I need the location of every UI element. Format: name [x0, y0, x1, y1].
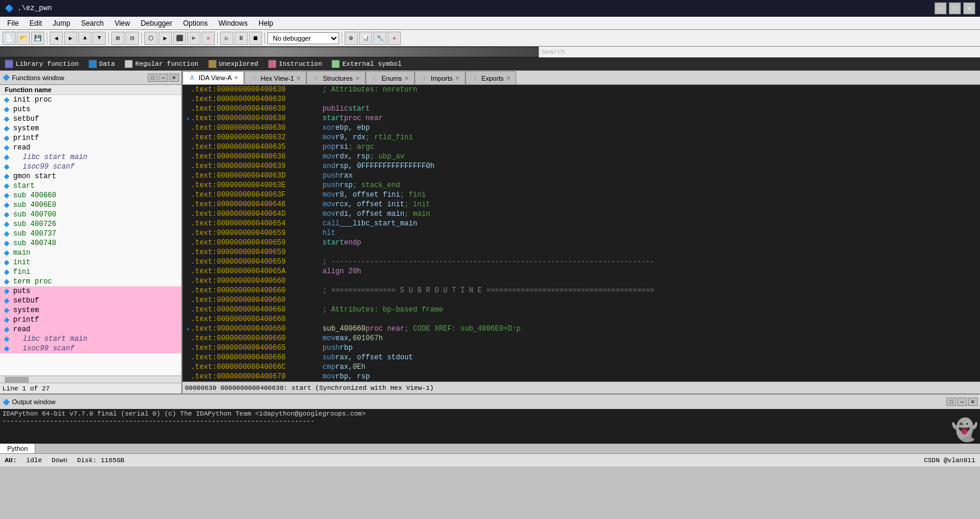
panel-pin-button[interactable]: □ [148, 74, 157, 82]
table-row[interactable]: .text:000000000040063Fmov r8, offset fin… [185, 190, 978, 200]
list-item[interactable]: 🔷init proc [0, 95, 181, 105]
table-row[interactable]: .text:0000000000400660 [185, 295, 978, 305]
table-row[interactable]: .text:0000000000400635pop rsi ; argc [185, 142, 978, 152]
list-item[interactable]: 🔷isoc99 scanf [0, 162, 181, 172]
table-row[interactable]: .text:0000000000400660mov eax, 601067h [185, 334, 978, 343]
list-item[interactable]: 🔷sub 4006E0 [0, 200, 181, 210]
list-item[interactable]: 🔷fini [0, 267, 181, 277]
list-item[interactable]: 🔷puts [0, 286, 181, 296]
table-row[interactable]: .text:0000000000400630; Attributes: nore… [185, 85, 978, 94]
table-row[interactable]: .text:0000000000400660 [185, 315, 978, 324]
table-row[interactable]: .text:0000000000400659 [185, 248, 978, 257]
table-row[interactable]: .text:0000000000400659; ----------------… [185, 257, 978, 267]
output-pin-button[interactable]: □ [946, 398, 956, 406]
toolbar-paste[interactable]: ⊟ [126, 32, 139, 45]
tab-hex-close[interactable]: ✕ [296, 75, 301, 81]
panel-close-button[interactable]: ✕ [169, 74, 179, 82]
table-row[interactable]: .text:0000000000400666sub rax, offset st… [185, 353, 978, 362]
list-item[interactable]: 🔷setbuf [0, 114, 181, 124]
menu-windows[interactable]: Windows [214, 18, 252, 29]
toolbar-run[interactable]: ▶ [159, 32, 172, 45]
table-row[interactable]: .text:0000000000400654call ___libc_start… [185, 219, 978, 228]
toolbar-step[interactable]: ⊳ [187, 32, 200, 45]
tab-ida-view-a[interactable]: A IDA View-A ✕ [182, 71, 244, 84]
table-row[interactable]: .text:000000000040063Epush rsp ; stack_e… [185, 181, 978, 190]
list-item[interactable]: 🔷init [0, 258, 181, 267]
maximize-button[interactable]: □ [949, 2, 961, 14]
menu-jump[interactable]: Jump [48, 18, 75, 29]
menu-debugger[interactable]: Debugger [136, 18, 177, 29]
toolbar-debug1[interactable]: ▷ [220, 32, 233, 45]
toolbar-misc4[interactable]: ✕ [388, 32, 401, 45]
tab-struct-close[interactable]: ✕ [355, 75, 360, 81]
toolbar-forward[interactable]: ▶ [64, 32, 77, 45]
table-row[interactable]: .text:0000000000400660; Attributes: bp-b… [185, 305, 978, 315]
table-row[interactable]: .text:0000000000400630xor ebp, ebp [185, 123, 978, 133]
table-row[interactable]: .text:0000000000400630 [185, 94, 978, 104]
list-item[interactable]: 🔷isoc99 scanf [0, 344, 181, 353]
toolbar-misc2[interactable]: 📊 [359, 32, 372, 45]
table-row[interactable]: ●.text:0000000000400660sub_400660 proc n… [185, 324, 978, 334]
table-row[interactable]: .text:000000000040065A align 20h [185, 267, 978, 276]
table-row[interactable]: .text:0000000000400636mov rdx, rsp ; ubp… [185, 152, 978, 161]
table-row[interactable]: .text:0000000000400659hlt [185, 228, 978, 238]
list-item[interactable]: 🔷gmon start [0, 172, 181, 181]
list-item[interactable]: 🔷read [0, 143, 181, 152]
functions-scroll-thumb[interactable] [5, 377, 29, 383]
tab-imports[interactable]: ⬇ Imports ✕ [415, 71, 465, 84]
menu-edit[interactable]: Edit [25, 18, 47, 29]
tab-enums[interactable]: E Enums ✕ [366, 71, 415, 84]
table-row[interactable]: .text:0000000000400630 public start [185, 104, 978, 114]
toolbar-debug2[interactable]: ⏸ [235, 32, 248, 45]
list-item[interactable]: 🔷sub 400737 [0, 229, 181, 239]
table-row[interactable]: .text:0000000000400660; =============== … [185, 286, 978, 295]
list-item[interactable]: 🔷sub 400726 [0, 219, 181, 229]
output-tab-python[interactable]: Python [0, 444, 35, 453]
menu-options[interactable]: Options [178, 18, 212, 29]
table-row[interactable]: .text:0000000000400670mov rbp, rsp [185, 372, 978, 381]
table-row[interactable]: .text:000000000040066Ccmp rax, 0Eh [185, 362, 978, 372]
table-row[interactable]: .text:0000000000400660 [185, 276, 978, 286]
tab-ida-close[interactable]: ✕ [234, 75, 239, 81]
table-row[interactable]: .text:0000000000400646mov rcx, offset in… [185, 200, 978, 209]
list-item[interactable]: 🔷main [0, 248, 181, 258]
list-item[interactable]: 🔷libc start main [0, 334, 181, 344]
toolbar-new[interactable]: 📄 [2, 32, 16, 45]
output-close-button[interactable]: ✕ [968, 398, 978, 406]
list-item[interactable]: 🔷libc start main [0, 152, 181, 162]
tab-import-close[interactable]: ✕ [455, 75, 460, 81]
menu-file[interactable]: File [2, 18, 23, 29]
tab-hex-view[interactable]: A Hex View-1 ✕ [244, 71, 306, 84]
toolbar-save[interactable]: 💾 [31, 32, 44, 45]
toolbar-stop[interactable]: ⬛ [173, 32, 186, 45]
output-minimize-button[interactable]: ─ [957, 398, 967, 406]
tab-exports[interactable]: ⬆ Exports ✕ [465, 71, 516, 84]
tab-enum-close[interactable]: ✕ [404, 75, 409, 81]
list-item[interactable]: 🔷printf [0, 315, 181, 325]
table-row[interactable]: .text:000000000040063Dpush rax [185, 171, 978, 181]
table-row[interactable]: .text:0000000000400659start endp [185, 238, 978, 248]
table-row[interactable]: .text:0000000000400665push rbp [185, 343, 978, 353]
menu-search[interactable]: Search [76, 18, 108, 29]
debugger-select[interactable]: No debugger [267, 32, 339, 44]
functions-list[interactable]: 🔷init proc🔷puts🔷setbuf🔷system🔷printf🔷rea… [0, 95, 181, 375]
toolbar-down[interactable]: ▼ [93, 32, 106, 45]
list-item[interactable]: 🔷sub 400660 [0, 191, 181, 200]
table-row[interactable]: .text:0000000000400639and rsp, 0FFFFFFFF… [185, 161, 978, 171]
list-item[interactable]: 🔷puts [0, 105, 181, 114]
list-item[interactable]: 🔷sub 400748 [0, 239, 181, 248]
tab-structures[interactable]: ⊞ Structures ✕ [306, 71, 365, 84]
toolbar-open[interactable]: 📂 [17, 32, 30, 45]
list-item[interactable]: 🔷printf [0, 133, 181, 143]
toolbar-hex[interactable]: ⬡ [144, 32, 157, 45]
close-button[interactable]: ✕ [963, 2, 975, 14]
list-item[interactable]: 🔷setbuf [0, 296, 181, 306]
list-item[interactable]: 🔷system [0, 124, 181, 133]
list-item[interactable]: 🔷start [0, 181, 181, 191]
toolbar-up[interactable]: ▲ [78, 32, 92, 45]
code-area[interactable]: .text:0000000000400630; Attributes: nore… [182, 85, 980, 381]
tab-export-close[interactable]: ✕ [506, 75, 511, 81]
list-item[interactable]: 🔷term proc [0, 277, 181, 286]
toolbar-misc3[interactable]: 🔧 [373, 32, 386, 45]
panel-minimize-button[interactable]: ─ [159, 74, 168, 82]
